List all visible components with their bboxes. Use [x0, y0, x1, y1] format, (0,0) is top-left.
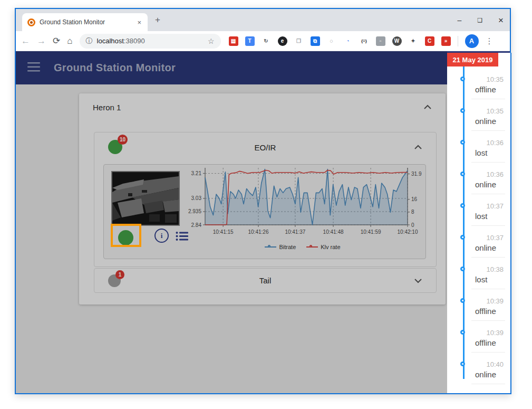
timeline-event: 10:40online	[471, 360, 505, 384]
event-time: 10:39	[471, 297, 505, 306]
camera-box-icon[interactable]: ▫	[376, 36, 385, 46]
event-status: online	[471, 179, 505, 190]
extensions-row: ▤T↻e❐⧉◌◔{≡}▫W✦C»	[229, 36, 451, 46]
timeline-node-icon	[460, 362, 465, 366]
dim-overlay	[16, 51, 447, 393]
close-window-button[interactable]: ×	[498, 16, 504, 25]
page-info-icon[interactable]: ⓘ	[86, 36, 93, 46]
event-status: offline	[471, 84, 505, 95]
date-badge: 21 May 2019	[447, 53, 498, 66]
event-status: offline	[471, 306, 505, 317]
back-icon[interactable]: ←	[21, 36, 30, 45]
timeline-node-icon	[460, 330, 465, 335]
sphere-icon[interactable]: ◔	[343, 36, 353, 46]
toolbar-divider	[458, 36, 458, 46]
url-text: localhost:38090	[97, 37, 145, 45]
timeline-node-icon	[460, 140, 465, 145]
event-status: online	[471, 242, 505, 253]
url-port: :38090	[124, 37, 145, 45]
event-status: lost	[471, 211, 505, 222]
bookmark-red-icon[interactable]: ▤	[229, 36, 238, 46]
event-time: 10:39	[471, 328, 505, 337]
timeline-node-icon	[460, 77, 465, 81]
event-time: 10:36	[471, 170, 505, 179]
timeline-node-icon	[460, 298, 465, 303]
url-host: localhost	[97, 37, 124, 45]
event-time: 10:36	[471, 138, 505, 147]
forward-icon[interactable]: →	[37, 36, 46, 45]
timeline-event: 10:36online	[471, 170, 505, 194]
tab-close-icon[interactable]: ×	[136, 18, 142, 26]
home-icon[interactable]: ⌂	[67, 36, 72, 45]
browser-menu-icon[interactable]: ⋮	[486, 36, 494, 46]
timeline-event: 10:37lost	[471, 202, 505, 226]
event-time: 10:35	[471, 107, 505, 116]
reload-icon[interactable]: ⟳	[53, 36, 60, 45]
event-time: 10:37	[471, 233, 505, 242]
event-time: 10:35	[471, 75, 505, 84]
event-status: online	[471, 369, 505, 380]
pigeon-icon[interactable]: ✦	[409, 36, 418, 46]
timeline-node-icon	[460, 108, 465, 113]
tab-strip: Ground Station Monitor × + – ❑ ×	[16, 9, 510, 31]
site-favicon	[27, 18, 35, 26]
cast-screen-icon[interactable]: ⧉	[311, 36, 320, 46]
maximize-button[interactable]: ❑	[477, 17, 482, 23]
new-tab-button[interactable]: +	[155, 15, 160, 25]
translate-icon[interactable]: T	[245, 36, 255, 46]
address-bar[interactable]: ⓘ localhost:38090 ☆	[80, 34, 221, 49]
event-status: lost	[471, 147, 505, 158]
e-circle-icon[interactable]: e	[278, 36, 287, 46]
timeline-event: 10:39offline	[471, 328, 505, 353]
timeline-event: 10:36lost	[471, 138, 505, 163]
json-viewer-icon[interactable]: {≡}	[360, 36, 369, 46]
timeline-node-icon	[460, 267, 465, 271]
dotted-circle-icon[interactable]: ◌	[327, 36, 336, 46]
timeline-node-icon	[460, 235, 465, 240]
wappalyzer-icon[interactable]: W	[392, 36, 402, 46]
highlight-box[interactable]	[111, 224, 141, 247]
bookmark-star-icon[interactable]: ☆	[208, 37, 215, 45]
timeline-event: 10:35online	[471, 107, 505, 131]
timeline-event: 10:35offline	[471, 75, 505, 99]
browser-toolbar: ← → ⟳ ⌂ ⓘ localhost:38090 ☆ ▤T↻e❐⧉◌◔{≡}▫…	[16, 31, 510, 51]
recycle-icon[interactable]: ↻	[262, 36, 271, 46]
profile-avatar[interactable]: A	[465, 34, 479, 48]
event-status: offline	[471, 337, 505, 348]
event-status: online	[471, 116, 505, 127]
screenshot-stage: Ground Station Monitor × + – ❑ × ← → ⟳ ⌂…	[0, 0, 532, 409]
fast-forward-icon[interactable]: »	[441, 36, 451, 46]
timeline-event: 10:39offline	[471, 297, 505, 321]
browser-tab[interactable]: Ground Station Monitor ×	[22, 13, 148, 31]
event-status: lost	[471, 274, 505, 285]
timeline-node-icon	[460, 203, 465, 208]
screens-icon[interactable]: ❐	[294, 36, 304, 46]
timeline-event: 10:37online	[471, 233, 505, 258]
timeline-sidebar: 21 May 2019 10:35offline10:35online10:36…	[447, 53, 511, 394]
minimize-button[interactable]: –	[457, 16, 461, 24]
cors-icon[interactable]: C	[425, 36, 434, 46]
event-time: 10:37	[471, 202, 505, 211]
timeline-node-icon	[460, 172, 465, 176]
event-time: 10:40	[471, 360, 505, 369]
tab-title: Ground Station Monitor	[40, 18, 132, 26]
timeline-event: 10:38lost	[471, 265, 505, 289]
event-time: 10:38	[471, 265, 505, 274]
window-controls: – ❑ ×	[457, 10, 504, 30]
